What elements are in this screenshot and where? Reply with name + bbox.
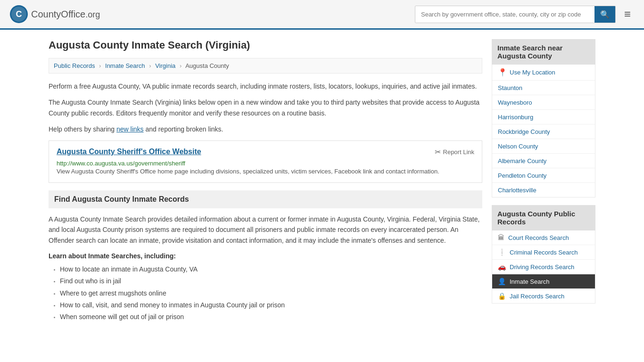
content-area: Augusta County Inmate Search (Virginia) … <box>49 39 482 323</box>
find-section-body: A Augusta County Inmate Search provides … <box>49 214 482 246</box>
breadcrumb-county: Augusta County <box>185 62 229 69</box>
jail-records-link[interactable]: Jail Records Search <box>510 293 564 300</box>
nearby-link[interactable]: Albemarle County <box>498 157 546 165</box>
bullet-list: How to locate an inmate in Augusta Count… <box>49 263 482 323</box>
pr-link-item[interactable]: ❕ Criminal Records Search <box>492 245 595 260</box>
breadcrumb-public-records[interactable]: Public Records <box>54 62 95 69</box>
breadcrumb-inmate-search[interactable]: Inmate Search <box>105 62 145 69</box>
nearby-section-title: Inmate Search near Augusta County <box>492 39 595 65</box>
nearby-link[interactable]: Rockbridge County <box>498 128 550 135</box>
pr-link-item[interactable]: 🏛 Court Records Search <box>492 230 595 245</box>
scissors-icon: ✂ <box>435 148 441 156</box>
learn-heading: Learn about Inmate Searches, including: <box>49 252 482 260</box>
description-2: The Augusta County Inmate Search (Virgin… <box>49 97 482 118</box>
list-item: When someone will get out of jail or pri… <box>60 311 482 323</box>
nearby-link-item[interactable]: Rockbridge County <box>492 124 595 139</box>
driving-icon: 🚗 <box>498 263 506 271</box>
nearby-link-item[interactable]: Pendleton County <box>492 168 595 183</box>
nearby-link-item[interactable]: Staunton <box>492 81 595 95</box>
nearby-link[interactable]: Harrisonburg <box>498 114 533 121</box>
list-item: Find out who is in jail <box>60 275 482 287</box>
nearby-link[interactable]: Waynesboro <box>498 99 532 106</box>
nearby-link[interactable]: Pendleton County <box>498 172 546 179</box>
menu-icon[interactable]: ≡ <box>620 6 635 23</box>
jail-icon: 🔒 <box>498 292 506 300</box>
breadcrumb: Public Records › Inmate Search › Virgini… <box>49 58 482 74</box>
link-block-title[interactable]: Augusta County Sheriff's Office Website <box>57 148 201 156</box>
criminal-records-link[interactable]: Criminal Records Search <box>510 249 578 256</box>
breadcrumb-virginia[interactable]: Virginia <box>155 62 175 69</box>
nearby-link[interactable]: Staunton <box>498 84 522 91</box>
list-item: How to call, visit, and send money to in… <box>60 299 482 311</box>
header-controls: 🔍 ≡ <box>415 6 635 23</box>
report-link-button[interactable]: ✂ Report Link <box>435 148 474 156</box>
sidebar: Inmate Search near Augusta County 📍 Use … <box>492 39 595 323</box>
nearby-link-nelson-county[interactable]: Nelson County <box>498 143 538 150</box>
search-bar: 🔍 <box>415 6 616 23</box>
inmate-icon: 👤 <box>498 278 506 285</box>
use-location-item[interactable]: 📍 Use My Location <box>492 65 595 81</box>
court-records-link[interactable]: Court Records Search <box>508 234 569 241</box>
main-container: Augusta County Inmate Search (Virginia) … <box>39 30 605 332</box>
description-3: Help others by sharing new links and rep… <box>49 124 482 134</box>
find-section: Find Augusta County Inmate Records A Aug… <box>49 190 482 323</box>
pr-link-item[interactable]: 🔒 Jail Records Search <box>492 289 595 303</box>
pr-link-item-active[interactable]: 👤 Inmate Search <box>492 274 595 289</box>
nearby-links: 📍 Use My Location Staunton Waynesboro Ha… <box>492 65 595 197</box>
location-dot-icon: 📍 <box>498 68 507 77</box>
nearby-link-item[interactable]: Waynesboro <box>492 95 595 110</box>
driving-records-link[interactable]: Driving Records Search <box>510 263 574 271</box>
pr-link-item[interactable]: 🚗 Driving Records Search <box>492 260 595 274</box>
site-header: C CountyOffice.org 🔍 ≡ <box>0 0 644 30</box>
search-button[interactable]: 🔍 <box>594 6 615 23</box>
use-location-link[interactable]: Use My Location <box>510 69 555 76</box>
list-item: How to locate an inmate in Augusta Count… <box>60 263 482 275</box>
public-records-links: 🏛 Court Records Search ❕ Criminal Record… <box>492 230 595 304</box>
svg-text:C: C <box>16 9 22 19</box>
page-title: Augusta County Inmate Search (Virginia) <box>49 39 482 51</box>
inmate-search-link[interactable]: Inmate Search <box>510 278 550 285</box>
logo-icon: C <box>9 5 28 24</box>
logo[interactable]: C CountyOffice.org <box>9 5 100 24</box>
new-links-link[interactable]: new links <box>116 125 144 133</box>
nearby-link-item[interactable]: Nelson County <box>492 139 595 154</box>
logo-text: CountyOffice.org <box>31 9 100 20</box>
description-1: Perform a free Augusta County, VA public… <box>49 81 482 91</box>
criminal-icon: ❕ <box>498 248 506 256</box>
link-block-header: Augusta County Sheriff's Office Website … <box>57 148 474 156</box>
public-records-section-title: Augusta County Public Records <box>492 205 595 230</box>
nearby-link-item[interactable]: Albemarle County <box>492 154 595 168</box>
list-item: Where to get arrest mugshots online <box>60 288 482 299</box>
nearby-link-item[interactable]: Harrisonburg <box>492 110 595 124</box>
link-url[interactable]: http://www.co.augusta.va.us/government/s… <box>57 160 185 167</box>
search-input[interactable] <box>415 7 594 22</box>
nearby-link-item[interactable]: Charlottesville <box>492 183 595 197</box>
court-icon: 🏛 <box>498 234 504 241</box>
nearby-link[interactable]: Charlottesville <box>498 187 537 194</box>
link-block: Augusta County Sheriff's Office Website … <box>49 140 482 183</box>
find-section-heading: Find Augusta County Inmate Records <box>49 190 482 208</box>
link-description: View Augusta County Sheriff's Office hom… <box>57 167 474 176</box>
